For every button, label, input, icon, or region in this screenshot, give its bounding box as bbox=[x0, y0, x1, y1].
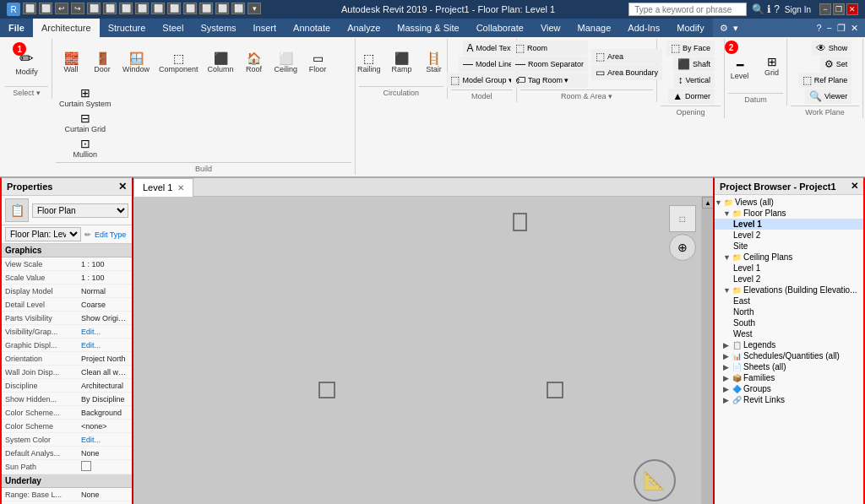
window-btn[interactable]: 🪟 Window bbox=[118, 41, 154, 84]
tree-site-fp[interactable]: Site bbox=[715, 241, 863, 252]
quick-btn-10[interactable]: ⬜ bbox=[167, 3, 181, 14]
project-browser-tree[interactable]: ▼ 📁 Views (all) ▼ 📁 Floor Plans Level 1 … bbox=[715, 195, 863, 504]
wall-btn[interactable]: 🧱 Wall bbox=[56, 41, 86, 84]
tab-file[interactable]: File bbox=[0, 19, 33, 37]
stair-btn[interactable]: 🪜 Stair bbox=[418, 41, 449, 84]
ceiling-btn[interactable]: ⬜ Ceiling bbox=[270, 41, 302, 84]
tab-addins[interactable]: Add-Ins bbox=[619, 19, 668, 37]
set-btn[interactable]: ⚙ Set bbox=[820, 57, 852, 72]
tab-analyze[interactable]: Analyze bbox=[339, 19, 389, 37]
tab-view[interactable]: View bbox=[532, 19, 569, 37]
sign-in-btn[interactable]: Sign In bbox=[785, 5, 811, 14]
tab-collaborate[interactable]: Collaborate bbox=[468, 19, 532, 37]
quick-btn-7[interactable]: ⬜ bbox=[119, 3, 133, 14]
tree-views-all[interactable]: ▼ 📁 Views (all) bbox=[715, 197, 863, 208]
nav-cube[interactable]: ⬚ bbox=[669, 205, 696, 232]
room-btn[interactable]: ⬚ Room bbox=[511, 41, 588, 56]
tree-level2-fp[interactable]: Level 2 bbox=[715, 230, 863, 241]
roof-btn[interactable]: 🏠 Roof bbox=[239, 41, 269, 84]
tree-elevations[interactable]: ▼ 📁 Elevations (Building Elevatio... bbox=[715, 285, 863, 295]
quick-btn-12[interactable]: ⬜ bbox=[199, 3, 213, 14]
tree-level1-cp[interactable]: Level 1 bbox=[715, 263, 863, 274]
tab-modify[interactable]: Modify bbox=[668, 19, 712, 37]
tree-families[interactable]: ▶ 📦 Families bbox=[715, 372, 863, 383]
tree-level1-fp[interactable]: Level 1 bbox=[715, 219, 863, 230]
tree-west[interactable]: West bbox=[715, 328, 863, 339]
tree-level2-cp[interactable]: Level 2 bbox=[715, 274, 863, 285]
canvas-tab-level1[interactable]: Level 1 ✕ bbox=[133, 178, 193, 197]
quick-btn-6[interactable]: ⬜ bbox=[103, 3, 117, 14]
column-btn[interactable]: ⬛ Column bbox=[204, 41, 238, 84]
tab-insert[interactable]: Insert bbox=[245, 19, 286, 37]
canvas-scrollbar[interactable]: ▲ ▼ bbox=[701, 197, 713, 504]
ramp-btn[interactable]: ⬛ Ramp bbox=[386, 41, 416, 84]
properties-close-btn[interactable]: ✕ bbox=[118, 181, 127, 192]
viewer-btn[interactable]: 🔍 Viewer bbox=[805, 89, 851, 104]
quick-btn-8[interactable]: ⬜ bbox=[135, 3, 149, 14]
project-browser-close-btn[interactable]: ✕ bbox=[851, 181, 858, 192]
quick-btn-13[interactable]: ⬜ bbox=[215, 3, 229, 14]
curtain-grid-btn[interactable]: ⊟ Curtain Grid bbox=[56, 111, 115, 135]
tree-ceiling-plans[interactable]: ▼ 📁 Ceiling Plans bbox=[715, 252, 863, 263]
properties-scroll[interactable]: Graphics View Scale 1 : 100 Scale Value … bbox=[2, 244, 132, 504]
mullion-btn[interactable]: ⊡ Mullion bbox=[56, 136, 115, 160]
scroll-up-btn[interactable]: ▲ bbox=[702, 197, 713, 209]
tab-massing[interactable]: Massing & Site bbox=[389, 19, 467, 37]
quick-btn-14[interactable]: ⬜ bbox=[231, 3, 245, 14]
visibility-edit-btn[interactable]: Edit... bbox=[81, 328, 128, 336]
quick-btn-2[interactable]: ⬜ bbox=[39, 3, 52, 14]
tab-manage[interactable]: Manage bbox=[569, 19, 620, 37]
by-face-btn[interactable]: ⬚ By Face bbox=[666, 41, 715, 56]
show-btn[interactable]: 👁 Show bbox=[812, 41, 852, 56]
tab-annotate[interactable]: Annotate bbox=[285, 19, 339, 37]
canvas-tab-close[interactable]: ✕ bbox=[177, 183, 184, 192]
edit-type-link[interactable]: Edit Type bbox=[95, 230, 126, 239]
door-btn[interactable]: 🚪 Door bbox=[87, 41, 117, 84]
quick-btn-1[interactable]: ⬜ bbox=[23, 3, 36, 14]
graphic-edit-btn[interactable]: Edit... bbox=[81, 341, 128, 350]
ref-plane-btn[interactable]: ⬚ Ref Plane bbox=[798, 73, 852, 88]
quick-btn-15[interactable]: ▾ bbox=[248, 3, 261, 14]
close-btn[interactable]: ✕ bbox=[846, 3, 858, 15]
model-line-btn[interactable]: — Model Line bbox=[459, 57, 517, 72]
tree-south[interactable]: South bbox=[715, 317, 863, 328]
curtain-system-btn[interactable]: ⊞ Curtain System bbox=[56, 85, 115, 110]
scroll-track[interactable] bbox=[702, 209, 713, 504]
prop-floor-dropdown[interactable]: Floor Plan: Level 1 bbox=[5, 227, 81, 241]
tag-room-btn[interactable]: 🏷 Tag Room ▾ bbox=[511, 73, 588, 88]
floor-btn[interactable]: ▭ Floor bbox=[302, 41, 333, 84]
quick-btn-9[interactable]: ⬜ bbox=[151, 3, 165, 14]
quick-btn-11[interactable]: ⬜ bbox=[183, 3, 197, 14]
prop-type-dropdown[interactable]: Floor Plan bbox=[32, 203, 128, 218]
model-group-btn[interactable]: ⬚ Model Group ▾ bbox=[446, 73, 517, 88]
tab-steel[interactable]: Steel bbox=[154, 19, 192, 37]
tree-north[interactable]: North bbox=[715, 306, 863, 317]
dormer-btn[interactable]: ▲ Dormer bbox=[668, 89, 715, 104]
tree-schedules[interactable]: ▶ 📊 Schedules/Quantities (all) bbox=[715, 350, 863, 361]
tree-legends[interactable]: ▶ 📋 Legends bbox=[715, 339, 863, 350]
shaft-btn[interactable]: ⬛ Shaft bbox=[673, 57, 715, 72]
area-btn[interactable]: ⬚ Area bbox=[591, 49, 662, 64]
tree-revit-links[interactable]: ▶ 🔗 Revit Links bbox=[715, 394, 863, 405]
level-btn[interactable]: ━ Level bbox=[725, 47, 755, 91]
component-btn[interactable]: ⬚ Component bbox=[155, 41, 203, 84]
canvas-viewport[interactable]: ⬚ ⊕ ▲ ▼ 📐 عدسة معماري bbox=[133, 197, 713, 504]
tab-systems[interactable]: Systems bbox=[192, 19, 244, 37]
tab-structure[interactable]: Structure bbox=[100, 19, 155, 37]
quick-btn-4[interactable]: ↪ bbox=[71, 3, 84, 14]
quick-btn-5[interactable]: ⬜ bbox=[87, 3, 101, 14]
area-boundary-btn[interactable]: ▭ Area Boundary bbox=[591, 65, 662, 80]
grid-btn[interactable]: ⊞ Grid bbox=[757, 44, 787, 88]
tree-groups[interactable]: ▶ 🔷 Groups bbox=[715, 383, 863, 394]
tree-floor-plans[interactable]: ▼ 📁 Floor Plans bbox=[715, 208, 863, 219]
railing-btn[interactable]: ⬚ Railing bbox=[353, 41, 385, 84]
tree-sheets[interactable]: ▶ 📄 Sheets (all) bbox=[715, 361, 863, 372]
quick-btn-3[interactable]: ↩ bbox=[55, 3, 68, 14]
search-input[interactable] bbox=[628, 3, 747, 16]
model-text-btn[interactable]: A Model Text bbox=[463, 41, 517, 56]
nav-wheel[interactable]: ⊕ bbox=[669, 234, 696, 261]
minimize-btn[interactable]: − bbox=[819, 3, 831, 15]
vertical-btn[interactable]: ↕ Vertical bbox=[674, 73, 715, 88]
tree-east[interactable]: East bbox=[715, 295, 863, 306]
restore-btn[interactable]: ❐ bbox=[833, 3, 845, 15]
